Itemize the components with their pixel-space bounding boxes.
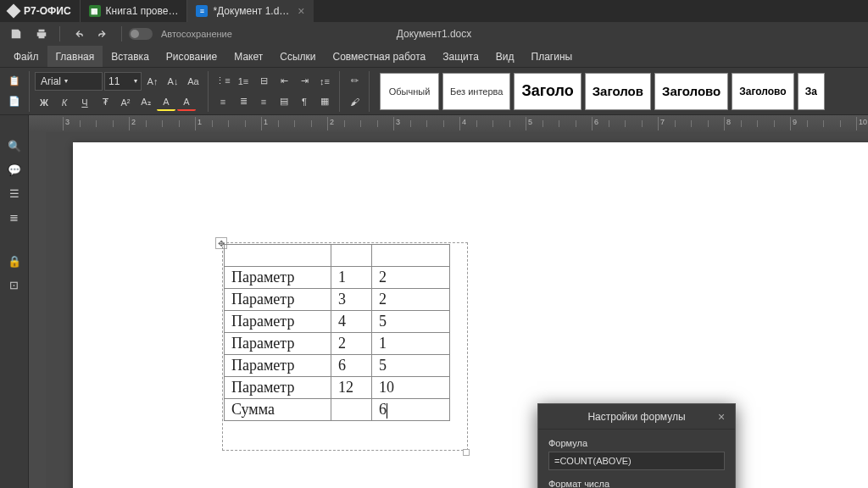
- cell-param[interactable]: Параметр: [225, 289, 331, 311]
- shading-button[interactable]: ▦: [315, 93, 334, 110]
- autosave-toggle[interactable]: [129, 28, 153, 40]
- cell-a[interactable]: 1: [331, 267, 372, 289]
- clear-format-button[interactable]: ✏: [345, 73, 364, 90]
- cell-a[interactable]: 4: [331, 311, 372, 333]
- menu-layout[interactable]: Макет: [225, 46, 271, 67]
- cell-b[interactable]: 1: [372, 333, 450, 355]
- menu-draw[interactable]: Рисование: [158, 46, 225, 67]
- canvas[interactable]: ✥ Параметр12Параметр32Параметр45Параметр…: [46, 132, 868, 488]
- table-row[interactable]: Параметр12: [225, 267, 450, 289]
- close-icon[interactable]: ×: [715, 410, 728, 424]
- italic-button[interactable]: К: [55, 94, 74, 111]
- cell-a[interactable]: [331, 399, 372, 421]
- style-heading-2[interactable]: Заголов: [585, 73, 651, 110]
- menu-file[interactable]: Файл: [5, 46, 47, 67]
- cell-a[interactable]: [331, 245, 372, 267]
- strike-button[interactable]: ₮: [96, 94, 114, 111]
- formula-input[interactable]: [548, 452, 725, 470]
- menu-refs[interactable]: Ссылки: [271, 46, 324, 67]
- subscript-button[interactable]: A₂: [136, 94, 155, 111]
- style-heading-5[interactable]: За: [798, 73, 825, 110]
- tab-spreadsheet[interactable]: ▦ Книга1 прове…: [80, 0, 187, 22]
- increase-font-button[interactable]: A↑: [143, 73, 162, 90]
- comments-button[interactable]: 💬: [4, 159, 25, 180]
- table-row[interactable]: [225, 245, 450, 267]
- style-no-spacing[interactable]: Без интерва: [442, 73, 510, 110]
- table-row[interactable]: Параметр21: [225, 333, 450, 355]
- cell-b[interactable]: 10: [372, 377, 450, 399]
- print-button[interactable]: [31, 25, 53, 43]
- font-name-select[interactable]: Arial▾: [35, 72, 103, 91]
- lock-button[interactable]: 🔒: [4, 251, 25, 271]
- vertical-ruler[interactable]: [29, 132, 46, 488]
- menu-plugins[interactable]: Плагины: [523, 46, 581, 67]
- bold-button[interactable]: Ж: [35, 94, 53, 111]
- cell-a[interactable]: 3: [331, 289, 372, 311]
- highlight-button[interactable]: A: [157, 94, 175, 111]
- menu-insert[interactable]: Вставка: [103, 46, 158, 67]
- cell-b[interactable]: 6: [372, 399, 450, 421]
- cell-param[interactable]: Параметр: [225, 267, 331, 289]
- table-row[interactable]: Параметр1210: [225, 377, 450, 399]
- align-center-button[interactable]: ≣: [234, 93, 253, 110]
- copy-button[interactable]: 📋: [5, 73, 24, 90]
- cell-b[interactable]: 2: [372, 267, 450, 289]
- cell-a[interactable]: 2: [331, 333, 372, 355]
- paragraph-marks-button[interactable]: ¶: [295, 93, 314, 110]
- headings-button[interactable]: ☰: [4, 183, 25, 203]
- cell-a[interactable]: 6: [331, 355, 372, 377]
- indent-inc-button[interactable]: ⇥: [295, 73, 314, 90]
- underline-button[interactable]: Ч: [75, 94, 94, 111]
- table-row[interactable]: Параметр45: [225, 311, 450, 333]
- cell-b[interactable]: 2: [372, 289, 450, 311]
- superscript-button[interactable]: A²: [116, 94, 135, 111]
- style-normal[interactable]: Обычный: [380, 73, 439, 110]
- menu-protect[interactable]: Защита: [434, 46, 487, 67]
- align-left-button[interactable]: ≡: [214, 93, 232, 110]
- table-resize-handle[interactable]: [463, 449, 470, 456]
- format-painter-button[interactable]: 🖌: [345, 93, 364, 110]
- search-button[interactable]: 🔍: [4, 136, 25, 156]
- save-button[interactable]: [5, 25, 27, 43]
- align-justify-button[interactable]: ▤: [275, 93, 293, 110]
- redo-button[interactable]: [92, 25, 114, 43]
- cell-b[interactable]: 5: [372, 311, 450, 333]
- cell-param[interactable]: Параметр: [225, 311, 331, 333]
- cell-param[interactable]: Параметр: [225, 355, 331, 377]
- paste-button[interactable]: 📄: [5, 93, 24, 110]
- change-case-button[interactable]: Aa: [184, 73, 203, 90]
- menu-collab[interactable]: Совместная работа: [324, 46, 434, 67]
- line-spacing-button[interactable]: ↕≡: [315, 73, 334, 90]
- font-size-select[interactable]: 11▾: [104, 72, 142, 91]
- document-table[interactable]: Параметр12Параметр32Параметр45Параметр21…: [224, 244, 450, 421]
- close-icon[interactable]: ×: [298, 4, 304, 18]
- table-row[interactable]: Параметр32: [225, 289, 450, 311]
- table-row[interactable]: Сумма6: [225, 399, 450, 421]
- nav-button[interactable]: ≣: [4, 207, 25, 227]
- table-row[interactable]: Параметр65: [225, 355, 450, 377]
- style-heading-4[interactable]: Заголово: [732, 73, 793, 110]
- cell-param[interactable]: Параметр: [225, 333, 331, 355]
- cell-b[interactable]: 5: [372, 355, 450, 377]
- undo-button[interactable]: [67, 25, 89, 43]
- page[interactable]: ✥ Параметр12Параметр32Параметр45Параметр…: [73, 142, 868, 488]
- style-heading-3[interactable]: Заголово: [654, 73, 728, 110]
- menu-home[interactable]: Главная: [47, 46, 103, 67]
- cell-param[interactable]: Параметр: [225, 377, 331, 399]
- menu-view[interactable]: Вид: [487, 46, 523, 67]
- numbering-button[interactable]: 1≡: [234, 73, 253, 90]
- horizontal-ruler[interactable]: 32112345678910: [29, 115, 868, 132]
- cell-b[interactable]: [372, 245, 450, 267]
- style-heading-1[interactable]: Заголо: [514, 73, 581, 110]
- multilevel-button[interactable]: ⊟: [254, 73, 273, 90]
- indent-dec-button[interactable]: ⇤: [275, 73, 293, 90]
- tab-document[interactable]: ≡ *Документ 1.d… ×: [186, 0, 313, 22]
- cell-param[interactable]: [225, 245, 331, 267]
- decrease-font-button[interactable]: A↓: [164, 73, 182, 90]
- feedback-button[interactable]: ⊡: [4, 274, 25, 295]
- dialog-title-bar[interactable]: Настройки формулы ×: [538, 404, 735, 430]
- font-color-button[interactable]: A: [177, 94, 196, 111]
- bullets-button[interactable]: ⋮≡: [214, 73, 232, 90]
- cell-param[interactable]: Сумма: [225, 399, 331, 421]
- cell-a[interactable]: 12: [331, 377, 372, 399]
